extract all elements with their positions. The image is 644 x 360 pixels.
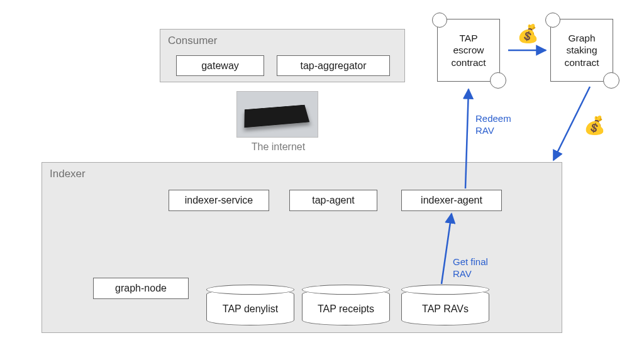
money-bag-icon: 💰 xyxy=(584,117,606,134)
indexer-agent-node: indexer-agent xyxy=(401,190,502,211)
graph-staking-contract: Graphstakingcontract xyxy=(550,19,613,82)
indexer-service-node: indexer-service xyxy=(169,190,269,211)
tap-receipts-db: TAP receipts xyxy=(302,289,390,325)
tap-ravs-db: TAP RAVs xyxy=(401,289,489,325)
money-bag-icon: 💰 xyxy=(517,25,539,43)
consumer-title: Consumer xyxy=(167,33,398,47)
tap-denylist-db: TAP denylist xyxy=(206,289,294,325)
redeem-rav-label: RedeemRAV xyxy=(475,113,511,137)
tap-escrow-contract: TAPescrowcontract xyxy=(437,19,500,82)
internet-caption: The internet xyxy=(248,141,308,153)
tap-agent-node: tap-agent xyxy=(289,190,377,211)
tap-aggregator-node: tap-aggregator xyxy=(277,55,390,76)
internet-image xyxy=(236,91,318,138)
gateway-node: gateway xyxy=(176,55,264,76)
indexer-title: Indexer xyxy=(48,166,555,180)
graph-node-node: graph-node xyxy=(93,278,189,299)
get-final-rav-label: Get finalRAV xyxy=(453,256,488,280)
